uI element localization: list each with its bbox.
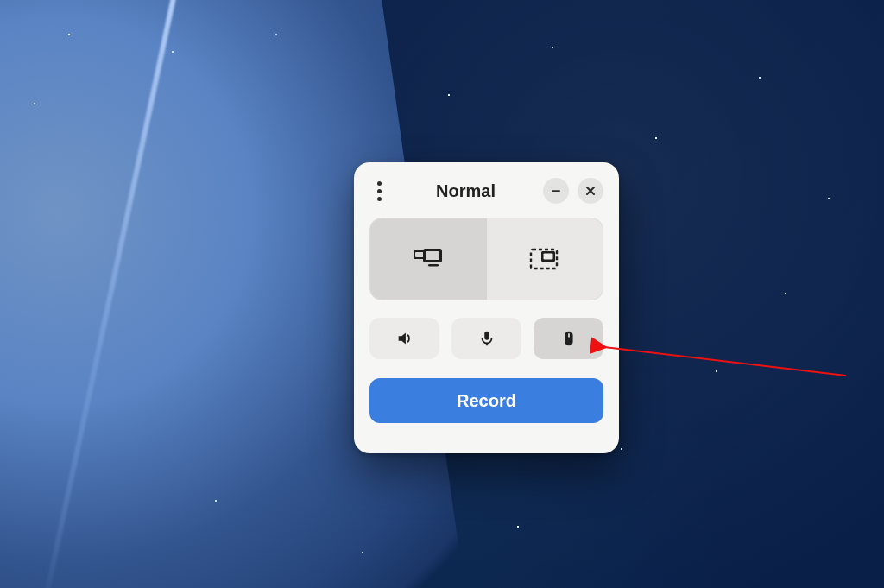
speaker-toggle[interactable]	[369, 318, 439, 359]
window-title: Normal	[388, 181, 543, 201]
svg-rect-5	[428, 264, 439, 267]
recorder-window: Normal	[354, 162, 619, 453]
annotation-arrow	[587, 328, 863, 397]
desktop-wallpaper: Normal	[0, 0, 884, 588]
svg-rect-9	[484, 332, 489, 340]
svg-line-13	[604, 347, 846, 376]
menu-button[interactable]	[369, 178, 388, 204]
fullscreen-mode-button[interactable]	[370, 218, 486, 300]
microphone-toggle[interactable]	[451, 318, 521, 359]
svg-rect-12	[568, 333, 570, 338]
selection-icon	[527, 246, 562, 272]
minimize-button[interactable]	[543, 178, 569, 204]
close-button[interactable]	[578, 178, 603, 204]
svg-rect-0	[552, 190, 560, 192]
capture-mode-group	[369, 218, 603, 300]
close-icon	[584, 185, 597, 197]
record-button[interactable]: Record	[369, 378, 603, 423]
svg-rect-10	[486, 344, 488, 346]
source-toggles	[369, 318, 603, 359]
screens-icon	[409, 247, 447, 271]
pointer-toggle[interactable]	[534, 318, 603, 359]
more-vertical-icon	[377, 181, 382, 186]
titlebar: Normal	[369, 174, 603, 207]
window-controls	[543, 178, 603, 204]
minimize-icon	[550, 185, 562, 197]
mouse-icon	[559, 329, 578, 348]
region-mode-button[interactable]	[486, 218, 603, 300]
svg-rect-8	[544, 254, 553, 260]
svg-rect-2	[415, 252, 424, 257]
speaker-icon	[395, 329, 414, 348]
svg-rect-4	[426, 251, 439, 260]
microphone-icon	[477, 329, 496, 348]
